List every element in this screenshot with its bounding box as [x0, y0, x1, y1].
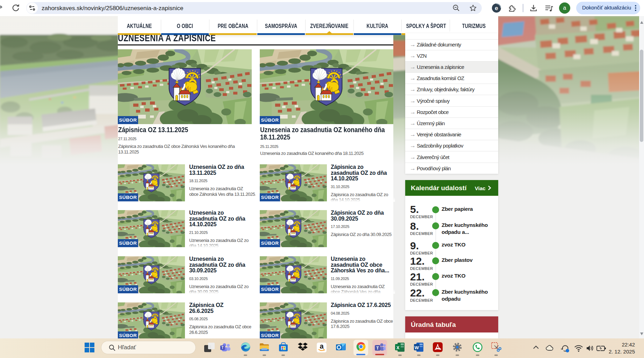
svg-text:e: e [495, 5, 498, 12]
svg-text:T: T [221, 346, 223, 350]
svg-text:X: X [396, 345, 400, 350]
svg-text:W: W [415, 345, 419, 350]
svg-text:T: T [376, 346, 379, 351]
